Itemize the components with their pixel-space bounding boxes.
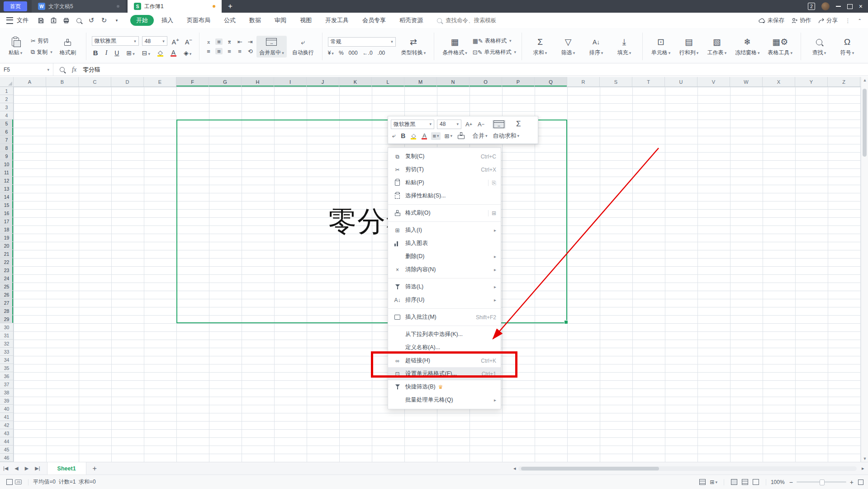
context-menu-item[interactable]: 格式刷(O)⊞ <box>388 206 501 220</box>
row-header[interactable]: 41 <box>0 413 13 421</box>
context-menu-item[interactable]: 选择性粘贴(S)... <box>388 189 501 202</box>
sum-button[interactable]: Σ 求和▾ <box>527 36 553 58</box>
column-header[interactable]: O <box>470 77 502 86</box>
share-button[interactable]: 分享 <box>818 17 838 24</box>
row-header[interactable]: 26 <box>0 291 13 299</box>
borders-button[interactable]: ⊞▾ <box>125 49 136 57</box>
row-header[interactable]: 3 <box>0 103 13 111</box>
column-header[interactable]: E <box>144 77 176 86</box>
window-manager-badge[interactable]: 2 <box>808 3 815 10</box>
undo-button[interactable]: ↺ <box>87 16 95 24</box>
command-search[interactable] <box>437 17 514 24</box>
italic-button[interactable]: I <box>104 49 109 57</box>
mini-format-painter-button[interactable] <box>456 132 466 139</box>
row-header[interactable]: 6 <box>0 128 13 136</box>
mini-wrap-text-icon[interactable]: ⤶ <box>391 132 397 140</box>
align-center-icon[interactable]: ≡ <box>215 48 223 54</box>
character-outline-button[interactable]: ◈▾ <box>182 49 193 57</box>
select-all-corner[interactable] <box>0 77 14 87</box>
row-header[interactable]: 21 <box>0 250 13 258</box>
menu-开发工具[interactable]: 开发工具 <box>319 15 355 26</box>
tab-writer-document[interactable]: W 文字文稿5 <box>32 0 126 13</box>
increase-decimal-button[interactable]: ←.0 <box>363 50 373 56</box>
context-menu-item[interactable]: 从下拉列表中选择(K)... <box>388 328 501 341</box>
print-preview-button[interactable] <box>75 16 83 24</box>
zoom-slider-thumb[interactable] <box>820 479 825 485</box>
type-convert-button[interactable]: ⇄ 类型转换▾ <box>398 36 429 58</box>
align-bottom-icon[interactable]: ⌆ <box>226 38 233 45</box>
row-header[interactable]: 32 <box>0 340 13 348</box>
align-left-icon[interactable]: ≡ <box>205 48 212 54</box>
row-header[interactable]: 12 <box>0 177 13 185</box>
cell-shading-button[interactable]: ⊟▾ <box>141 49 152 57</box>
sort-button[interactable]: A↓ 排序▾ <box>583 36 609 58</box>
hscroll-right-icon[interactable]: ▸ <box>859 465 868 471</box>
text-orientation-icon[interactable]: ⟲ <box>247 48 254 54</box>
horizontal-scroll-thumb[interactable] <box>521 467 659 470</box>
column-header[interactable]: X <box>763 77 795 86</box>
row-header[interactable]: 8 <box>0 144 13 152</box>
context-menu-item[interactable]: ⊞插入(I)▸ <box>388 224 501 237</box>
search-input[interactable] <box>445 17 514 24</box>
hscroll-left-icon[interactable]: ◂ <box>510 465 519 471</box>
column-header[interactable]: S <box>600 77 632 86</box>
row-header[interactable]: 7 <box>0 136 13 144</box>
merge-center-button[interactable]: ↔ 合并居中▾ <box>256 36 287 58</box>
row-header[interactable]: 28 <box>0 307 13 315</box>
mini-fill-color-button[interactable]: ◇ <box>409 132 417 140</box>
row-header[interactable]: 45 <box>0 446 13 454</box>
new-tab-button[interactable]: + <box>228 2 232 11</box>
column-header[interactable]: M <box>404 77 437 86</box>
column-header[interactable]: J <box>307 77 339 86</box>
cells-button[interactable]: ⊡ 单元格▾ <box>648 36 674 58</box>
column-header[interactable]: D <box>111 77 144 86</box>
column-header[interactable]: Q <box>535 77 567 86</box>
currency-format-button[interactable]: ¥▾ <box>328 50 334 56</box>
table-view-icon[interactable] <box>699 479 706 485</box>
context-menu-item[interactable]: 插入批注(M)Shift+F2 <box>388 311 501 324</box>
menu-开始[interactable]: 开始 <box>130 15 154 26</box>
font-color-button[interactable]: A <box>169 49 178 57</box>
menu-视图[interactable]: 视图 <box>294 15 318 26</box>
menu-会员专享[interactable]: 会员专享 <box>356 15 392 26</box>
menu-插入[interactable]: 插入 <box>156 15 179 26</box>
worksheet-button[interactable]: ▧ 工作表▾ <box>704 36 730 58</box>
row-header[interactable]: 23 <box>0 266 13 274</box>
row-header[interactable]: 17 <box>0 217 13 225</box>
minimize-button[interactable] <box>836 6 841 7</box>
row-header[interactable]: 11 <box>0 168 13 177</box>
row-header[interactable]: 24 <box>0 274 13 283</box>
filter-button[interactable]: ▽ 筛选▾ <box>555 36 581 58</box>
next-sheet-icon[interactable]: ▶ <box>22 465 32 471</box>
horizontal-scrollbar[interactable] <box>518 466 857 471</box>
increase-indent-icon[interactable]: ⇥ <box>247 38 254 45</box>
justify-icon[interactable]: ≡ <box>236 48 243 54</box>
row-header[interactable]: 35 <box>0 364 13 372</box>
row-header[interactable]: 42 <box>0 421 13 429</box>
cell-style-button[interactable]: ⊡✎单元格样式▾ <box>473 48 516 56</box>
mini-autosum-icon[interactable]: Σ <box>515 119 522 129</box>
view-normal-icon[interactable] <box>731 479 737 485</box>
redo-button[interactable]: ↻ <box>100 16 108 24</box>
column-header[interactable]: F <box>176 77 209 86</box>
context-menu-item[interactable]: 快捷筛选(B)♛ <box>388 380 501 393</box>
column-header[interactable]: U <box>665 77 697 86</box>
row-header[interactable]: 1 <box>0 87 13 95</box>
table-tools-button[interactable]: ▦⚙ 表格工具▾ <box>765 36 796 58</box>
context-menu-item[interactable]: 插入图表 <box>388 237 501 250</box>
percent-format-button[interactable]: % <box>339 50 344 56</box>
zoom-level[interactable]: 100% <box>771 479 785 485</box>
column-header[interactable]: T <box>632 77 665 86</box>
row-header[interactable]: 43 <box>0 429 13 437</box>
view-page-layout-icon[interactable] <box>742 479 748 485</box>
row-header[interactable]: 29 <box>0 315 13 323</box>
table-style-button[interactable]: ▦✎表格样式▾ <box>473 37 516 45</box>
row-header[interactable]: 15 <box>0 201 13 209</box>
increase-font-button[interactable]: A+ <box>171 37 180 46</box>
first-sheet-icon[interactable]: |◀ <box>0 465 11 471</box>
mini-font-color-button[interactable]: A <box>420 132 428 140</box>
vertical-scrollbar[interactable]: ▲ ▼ <box>861 77 868 462</box>
wrap-text-button[interactable]: ⤶ 自动换行 <box>289 36 317 58</box>
row-header[interactable]: 37 <box>0 380 13 388</box>
mini-merge-button[interactable]: 合并▾ <box>471 131 489 140</box>
